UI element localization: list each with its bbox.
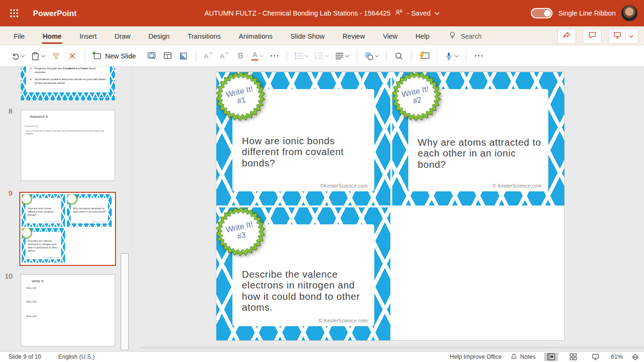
slide-10-thumbnail[interactable]: Write It Write It #1: Write It #2: Write…	[21, 274, 115, 346]
card-question: Describe the valence electrons in nitrog…	[242, 269, 368, 313]
align-button[interactable]	[333, 49, 351, 64]
card-question: Why are atoms attracted to each other in…	[418, 137, 546, 170]
card-question: How are ionic bonds different from coval…	[242, 135, 357, 168]
format-painter-button[interactable]	[50, 49, 63, 64]
increase-font-size-button[interactable]: A	[202, 49, 215, 64]
slide-body-text: Research It #1:	[25, 125, 39, 127]
menu-item-insert[interactable]: Insert	[71, 26, 106, 46]
thumbnail-scrollbar[interactable]	[121, 253, 129, 350]
menu-item-view[interactable]: View	[374, 26, 406, 46]
shared-users-icon[interactable]	[394, 9, 403, 17]
single-line-ribbon-toggle[interactable]	[531, 8, 553, 18]
language-indicator[interactable]: English (U.S.)	[58, 354, 95, 360]
more-font-options-button[interactable]	[268, 49, 281, 64]
document-title[interactable]: AUTUMN FULTZ - Chemical Bonding Lab Stat…	[205, 9, 391, 17]
toolbar-divider	[437, 50, 437, 62]
numbering-button[interactable]: 123	[313, 49, 330, 64]
share-button[interactable]	[557, 29, 576, 44]
find-button[interactable]	[145, 49, 158, 64]
ribbon-toggle-label: Single Line Ribbon	[558, 9, 616, 17]
paste-chevron-down-icon[interactable]	[41, 55, 45, 58]
card-credit: ©KeslerScience.com	[320, 183, 368, 189]
menu-item-transitions[interactable]: Transitions	[179, 26, 230, 46]
menu-item-animations[interactable]: Animations	[230, 26, 281, 46]
font-color-button[interactable]: A	[250, 49, 265, 64]
menu-item-review[interactable]: Review	[334, 26, 374, 46]
editing-view-button[interactable]	[544, 353, 558, 361]
search-box	[448, 31, 517, 41]
shapes-chevron-down-icon[interactable]	[375, 55, 379, 58]
task-card-2[interactable]: Why are atoms attracted to each other in…	[392, 72, 564, 206]
card-credit: © KeslerScience.com	[319, 318, 368, 323]
search-input[interactable]	[461, 33, 517, 40]
present-button[interactable]	[608, 29, 638, 44]
topbar-right: Single Line Ribbon	[531, 5, 637, 21]
bullets-button[interactable]	[293, 49, 310, 64]
slide-8-thumbnail[interactable]: Research It Research It #1: Due to the t…	[21, 110, 115, 181]
new-slide-button[interactable]: New Slide	[91, 49, 142, 64]
dictate-chevron-down-icon[interactable]	[454, 55, 459, 58]
increase-font-icon: A	[204, 52, 208, 59]
zoom-level[interactable]: 61%	[611, 354, 623, 360]
slide-10-number: 10	[5, 272, 13, 280]
menu-item-file[interactable]: File	[5, 26, 33, 46]
task-card-1[interactable]: How are ionic bonds different from coval…	[216, 72, 390, 206]
decrease-font-size-button[interactable]: A	[218, 49, 231, 64]
task-card-3[interactable]: Describe the valence electrons in nitrog…	[216, 207, 390, 340]
font-color-icon: A	[251, 51, 258, 61]
toolbar-divider	[84, 50, 85, 62]
align-chevron-down-icon[interactable]	[345, 55, 349, 58]
fit-slide-to-window-button[interactable]	[631, 353, 639, 361]
slideshow-view-button[interactable]	[588, 352, 603, 362]
bullets-chevron-down-icon[interactable]	[305, 55, 309, 58]
slide-9-number: 9	[8, 189, 12, 197]
slide-sorter-view-button[interactable]	[567, 353, 580, 361]
app-launcher-icon[interactable]	[7, 6, 21, 20]
button-divider	[625, 32, 626, 41]
search-toolbar-button[interactable]	[392, 49, 405, 64]
mini-task-card-3: Describe the valence electrons in nitrog…	[22, 228, 65, 263]
lightbulb-icon	[448, 31, 457, 41]
more-commands-button[interactable]	[472, 49, 485, 64]
slide-9-thumbnail-selected[interactable]: How are ionic bonds different from coval…	[19, 192, 116, 266]
format-background-button[interactable]	[177, 49, 190, 64]
save-status[interactable]: - Saved	[407, 9, 430, 17]
toggle-knob	[544, 10, 551, 16]
delete-button[interactable]	[66, 49, 79, 64]
menu-item-home[interactable]: Home	[33, 26, 70, 46]
slide-7-thumbnail[interactable]: 3. Progress through the Covalent and Ion…	[21, 66, 115, 100]
slide-body-text: Due to the transfer of valence electrons…	[26, 130, 110, 136]
new-slide-label: New Slide	[105, 52, 136, 60]
comments-button[interactable]	[583, 29, 602, 44]
numbering-chevron-down-icon[interactable]	[325, 55, 329, 58]
menu-item-slide-show[interactable]: Slide Show	[281, 26, 334, 46]
slide-counter[interactable]: Slide 9 of 10	[8, 354, 41, 360]
canvas-horizontal-scrollbar[interactable]	[140, 346, 644, 349]
undo-button[interactable]	[9, 49, 26, 64]
toolbar-divider	[356, 50, 357, 62]
avatar[interactable]	[621, 5, 637, 21]
menu-item-design[interactable]: Design	[140, 26, 179, 46]
app-name[interactable]: PowerPoint	[33, 9, 77, 18]
shapes-button[interactable]	[363, 49, 380, 64]
paste-button[interactable]	[29, 49, 47, 64]
menu-item-help[interactable]: Help	[406, 26, 438, 46]
layout-button[interactable]	[161, 49, 174, 64]
font-color-chevron-down-icon[interactable]	[259, 55, 264, 58]
title-chevron-down-icon[interactable]	[434, 12, 439, 15]
topbar: PowerPoint AUTUMN FULTZ - Chemical Bondi…	[0, 0, 644, 26]
slide-thumbnail-panel: 3. Progress through the Covalent and Ion…	[0, 66, 133, 351]
designer-button[interactable]	[417, 49, 431, 64]
undo-chevron-down-icon[interactable]	[21, 55, 25, 58]
slide-canvas[interactable]: How are ionic bonds different from coval…	[216, 72, 564, 340]
bold-button[interactable]: B	[234, 49, 247, 64]
dictate-button[interactable]	[443, 49, 460, 64]
menu-item-draw[interactable]: Draw	[106, 26, 140, 46]
notes-label: Notes	[520, 354, 536, 360]
help-improve-office-button[interactable]: Help Improve Office	[450, 354, 502, 360]
present-chevron-down-icon[interactable]	[629, 35, 634, 38]
notes-toggle[interactable]: Notes	[510, 353, 536, 361]
toolbar-divider	[386, 50, 387, 62]
svg-text:3: 3	[314, 57, 316, 60]
list-item: 3. Progress through the Covalent and Ion…	[30, 66, 108, 74]
